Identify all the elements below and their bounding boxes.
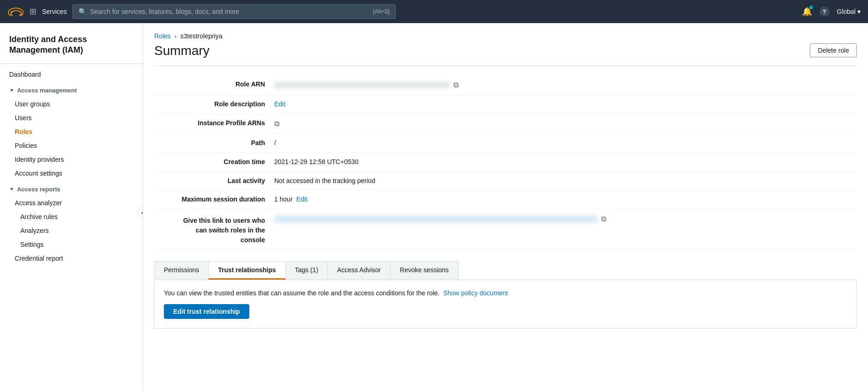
field-label-description: Role description: [154, 100, 274, 109]
app-layout: Identity and Access Management (IAM) Das…: [0, 23, 868, 391]
field-label-last-activity: Last activity: [154, 177, 274, 186]
sidebar-item-archive-rules[interactable]: Archive rules: [0, 210, 143, 224]
summary-row-last-activity: Last activity Not accessed in the tracki…: [154, 172, 857, 191]
field-label-switch-role-link: Give this link to users whocan switch ro…: [154, 214, 274, 245]
sidebar-item-label: Access management: [17, 87, 77, 94]
sidebar-item-label: Users: [15, 114, 32, 122]
sidebar-divider: [0, 63, 143, 64]
breadcrumb: Roles › s3testrolepriya: [154, 32, 857, 40]
global-selector[interactable]: Global ▾: [837, 8, 861, 15]
aws-logo[interactable]: [7, 6, 24, 17]
tab-trust-relationships[interactable]: Trust relationships: [208, 261, 285, 280]
edit-description-link[interactable]: Edit: [274, 100, 285, 109]
copy-instance-profile-icon[interactable]: ⧉: [274, 119, 279, 129]
help-icon[interactable]: ?: [820, 6, 830, 17]
tab-tags-label: Tags (1): [295, 266, 319, 274]
tab-description-text: You can view the trusted entities that c…: [164, 289, 441, 297]
sidebar-item-account-settings[interactable]: Account settings: [0, 166, 143, 180]
services-label[interactable]: Services: [42, 8, 67, 15]
breadcrumb-separator: ›: [175, 32, 177, 40]
sidebar-item-label: Archive rules: [20, 213, 58, 220]
show-policy-document-link[interactable]: Show policy document: [443, 289, 508, 297]
sidebar-item-label: Credential report: [15, 255, 63, 262]
copy-switch-role-link-icon[interactable]: ⧉: [601, 214, 606, 224]
field-value-path: /: [274, 139, 857, 148]
sidebar-item-user-groups[interactable]: User groups: [0, 97, 143, 111]
top-navigation: ⊞ Services 🔍 [Alt+S] 🔔 ? Global ▾: [0, 0, 868, 23]
search-icon: 🔍: [78, 8, 86, 15]
summary-table: Role ARN ⧉ Role description Edit Instanc…: [154, 75, 857, 250]
breadcrumb-roles-link[interactable]: Roles: [154, 32, 171, 40]
switch-role-link-blurred: [274, 216, 597, 222]
notifications-icon[interactable]: 🔔: [802, 6, 812, 17]
tab-content: You can view the trusted entities that c…: [154, 280, 857, 329]
notification-dot: [809, 6, 813, 9]
field-value-session-duration: 1 hour Edit: [274, 195, 857, 204]
edit-session-duration-link[interactable]: Edit: [296, 195, 307, 204]
sidebar-item-label: Access analyzer: [15, 199, 62, 207]
sidebar-item-label: Account settings: [15, 170, 62, 177]
field-value-switch-role-link: ⧉: [274, 214, 857, 224]
tab-trust-relationships-label: Trust relationships: [218, 266, 276, 274]
field-value-creation-time: 2021-12-29 12:58 UTC+0530: [274, 158, 857, 167]
tab-access-advisor-label: Access Advisor: [337, 266, 381, 274]
sidebar-item-label: Analyzers: [20, 227, 48, 234]
summary-row-description: Role description Edit: [154, 95, 857, 114]
search-shortcut: [Alt+S]: [373, 8, 390, 15]
collapse-arrow-icon: ▼: [9, 87, 14, 93]
sidebar-item-credential-report[interactable]: Credential report: [0, 251, 143, 265]
breadcrumb-current: s3testrolepriya: [180, 32, 222, 40]
field-value-arn: ⧉: [274, 80, 857, 90]
chevron-down-icon: ▾: [857, 8, 861, 15]
summary-row-switch-role-link: Give this link to users whocan switch ro…: [154, 209, 857, 250]
copy-arn-icon[interactable]: ⧉: [453, 80, 458, 90]
sidebar-section-access-reports: ▼ Access reports: [0, 180, 143, 196]
search-input[interactable]: [90, 8, 369, 15]
tab-content-description: You can view the trusted entities that c…: [164, 289, 847, 297]
tabs-container: Permissions Trust relationships Tags (1)…: [154, 261, 857, 280]
field-label-creation-time: Creation time: [154, 158, 274, 167]
sidebar-section-access-management: ▼ Access management: [0, 81, 143, 97]
sidebar-item-users[interactable]: Users: [0, 111, 143, 125]
tab-permissions-label: Permissions: [164, 266, 199, 274]
main-content: Roles › s3testrolepriya Summary Delete r…: [143, 23, 868, 391]
page-header: Summary Delete role: [154, 43, 857, 66]
sidebar-item-label: Settings: [20, 241, 44, 248]
sidebar-item-label: User groups: [15, 100, 50, 108]
creation-time-value: 2021-12-29 12:58 UTC+0530: [274, 158, 359, 167]
sidebar-item-settings[interactable]: Settings: [0, 238, 143, 251]
field-label-instance-profile: Instance Profile ARNs: [154, 119, 274, 128]
sidebar-item-label: Identity providers: [15, 156, 64, 163]
field-value-description: Edit: [274, 100, 857, 109]
sidebar-item-analyzers[interactable]: Analyzers: [0, 224, 143, 238]
global-label: Global: [837, 8, 856, 15]
path-value: /: [274, 139, 276, 148]
tab-access-advisor[interactable]: Access Advisor: [327, 261, 391, 280]
sidebar-title: Identity and Access Management (IAM): [0, 31, 143, 63]
delete-role-button[interactable]: Delete role: [810, 43, 857, 57]
search-bar[interactable]: 🔍 [Alt+S]: [72, 4, 396, 19]
edit-trust-relationship-button[interactable]: Edit trust relationship: [164, 304, 249, 319]
tab-revoke-sessions[interactable]: Revoke sessions: [390, 261, 458, 280]
sidebar-item-identity-providers[interactable]: Identity providers: [0, 153, 143, 166]
sidebar-item-policies[interactable]: Policies: [0, 139, 143, 153]
summary-row-arn: Role ARN ⧉: [154, 75, 857, 95]
field-label-path: Path: [154, 139, 274, 148]
grid-icon[interactable]: ⊞: [30, 6, 36, 17]
tab-tags[interactable]: Tags (1): [285, 261, 328, 280]
field-value-last-activity: Not accessed in the tracking period: [274, 177, 857, 186]
field-label-arn: Role ARN: [154, 80, 274, 89]
tab-revoke-sessions-label: Revoke sessions: [400, 266, 449, 274]
sidebar-item-access-analyzer[interactable]: Access analyzer: [0, 196, 143, 210]
field-label-session-duration: Maximum session duration: [154, 195, 274, 204]
sidebar-item-roles[interactable]: Roles: [0, 125, 143, 139]
tab-permissions[interactable]: Permissions: [154, 261, 209, 280]
field-value-instance-profile: ⧉: [274, 119, 857, 129]
collapse-arrow-icon: ▼: [9, 186, 14, 192]
sidebar-item-label: Roles: [15, 128, 32, 135]
last-activity-value: Not accessed in the tracking period: [274, 177, 375, 186]
sidebar-item-dashboard[interactable]: Dashboard: [0, 67, 143, 81]
summary-row-session-duration: Maximum session duration 1 hour Edit: [154, 190, 857, 209]
sidebar-item-label: Policies: [15, 142, 37, 149]
sidebar-item-label: Access reports: [17, 186, 60, 193]
